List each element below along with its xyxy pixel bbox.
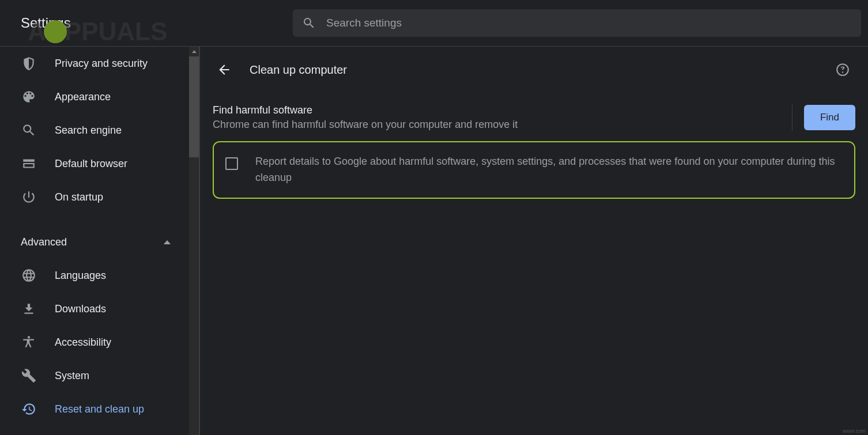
settings-title: Settings: [0, 15, 293, 31]
sidebar-item-search-engine[interactable]: Search engine: [0, 114, 189, 147]
app-header: Settings: [0, 0, 868, 46]
sidebar: Privacy and security Appearance Search e…: [0, 47, 199, 435]
help-icon: [835, 62, 850, 77]
sidebar-item-reset[interactable]: Reset and clean up: [0, 392, 189, 426]
content-section: Find harmful software Chrome can find ha…: [200, 93, 868, 210]
palette-icon: [21, 89, 36, 104]
sidebar-item-label: Search engine: [55, 124, 122, 137]
find-text: Find harmful software Chrome can find ha…: [213, 104, 780, 131]
accessibility-icon: [21, 335, 36, 350]
sidebar-item-label: Languages: [55, 270, 106, 282]
find-button[interactable]: Find: [804, 105, 855, 130]
search-bar[interactable]: [293, 9, 861, 37]
help-button[interactable]: [831, 58, 854, 81]
globe-icon: [21, 268, 36, 283]
sidebar-item-accessibility[interactable]: Accessibility: [0, 326, 189, 359]
sidebar-item-label: Reset and clean up: [55, 403, 144, 415]
shield-icon: [21, 56, 36, 71]
report-text: Report details to Google about harmful s…: [255, 154, 843, 186]
arrow-left-icon: [217, 62, 232, 77]
browser-icon: [21, 156, 36, 171]
search-icon: [21, 123, 36, 138]
sidebar-item-label: Downloads: [55, 303, 106, 315]
sidebar-item-languages[interactable]: Languages: [0, 259, 189, 292]
report-details-box: Report details to Google about harmful s…: [213, 141, 855, 199]
sidebar-item-appearance[interactable]: Appearance: [0, 80, 189, 114]
restore-icon: [21, 402, 36, 417]
sidebar-item-privacy[interactable]: Privacy and security: [0, 47, 189, 80]
content-header: Clean up computer: [200, 47, 868, 93]
search-input[interactable]: [326, 17, 852, 29]
report-checkbox[interactable]: [225, 157, 238, 170]
sidebar-item-system[interactable]: System: [0, 359, 189, 392]
main-area: Privacy and security Appearance Search e…: [0, 46, 868, 435]
sidebar-advanced-toggle[interactable]: Advanced: [0, 225, 189, 259]
sidebar-item-downloads[interactable]: Downloads: [0, 292, 189, 326]
sidebar-item-label: Default browser: [55, 158, 127, 170]
find-desc: Chrome can find harmful software on your…: [213, 119, 780, 131]
scrollbar-thumb[interactable]: [189, 56, 199, 157]
footer-watermark: wsxn.com: [843, 428, 866, 434]
find-title: Find harmful software: [213, 104, 780, 116]
find-divider: [792, 104, 792, 131]
scrollbar-track[interactable]: [189, 47, 199, 435]
scroll-up-arrow-icon[interactable]: [189, 47, 199, 56]
search-icon: [302, 16, 316, 30]
find-harmful-row: Find harmful software Chrome can find ha…: [213, 104, 855, 137]
advanced-label: Advanced: [21, 236, 67, 248]
chevron-up-icon: [164, 240, 171, 244]
download-icon: [21, 301, 36, 316]
sidebar-item-label: Accessibility: [55, 336, 111, 349]
sidebar-item-label: Appearance: [55, 91, 111, 103]
content-panel: Clean up computer Find harmful software …: [200, 47, 868, 435]
sidebar-item-on-startup[interactable]: On startup: [0, 180, 189, 214]
sidebar-item-label: System: [55, 370, 89, 382]
page-title: Clean up computer: [250, 63, 831, 77]
back-button[interactable]: [213, 58, 236, 81]
sidebar-item-default-browser[interactable]: Default browser: [0, 147, 189, 180]
sidebar-item-label: On startup: [55, 191, 103, 203]
power-icon: [21, 190, 36, 205]
sidebar-item-label: Privacy and security: [55, 58, 148, 70]
wrench-icon: [21, 368, 36, 383]
